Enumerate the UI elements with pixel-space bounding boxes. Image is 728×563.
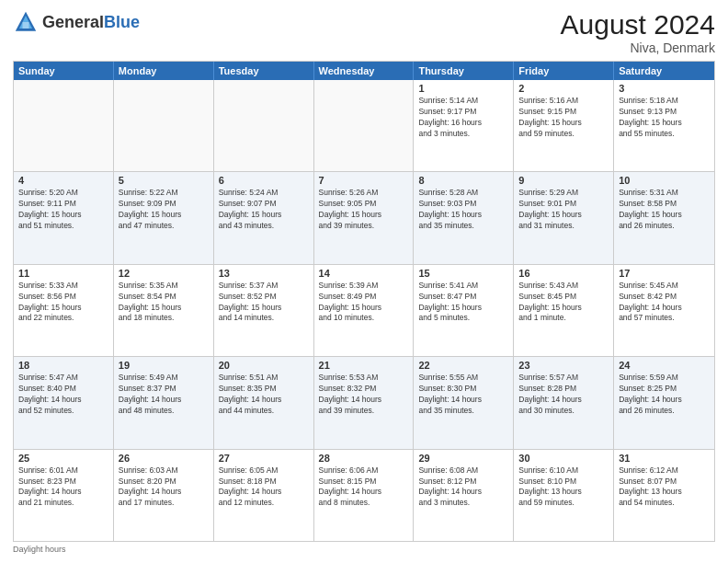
day-number: 27 [219,453,309,464]
day-info: Sunrise: 5:39 AM Sunset: 8:49 PM Dayligh… [319,281,409,325]
day-number: 23 [518,360,609,371]
day-number: 21 [319,360,409,371]
calendar-cell: 31Sunrise: 6:12 AM Sunset: 8:07 PM Dayli… [614,450,714,541]
day-info: Sunrise: 5:53 AM Sunset: 8:32 PM Dayligh… [319,373,409,417]
day-info: Sunrise: 5:33 AM Sunset: 8:56 PM Dayligh… [18,281,108,325]
calendar-header: SundayMondayTuesdayWednesdayThursdayFrid… [14,62,714,80]
calendar-cell: 20Sunrise: 5:51 AM Sunset: 8:35 PM Dayli… [214,357,314,448]
day-number: 16 [518,268,609,279]
day-number: 9 [518,175,609,186]
calendar-cell: 8Sunrise: 5:28 AM Sunset: 9:03 PM Daylig… [414,172,514,263]
day-number: 17 [619,268,710,279]
calendar-cell [214,80,314,171]
page: GeneralBlue August 2024 Niva, Denmark Su… [0,0,728,563]
calendar-row: 25Sunrise: 6:01 AM Sunset: 8:23 PM Dayli… [14,450,714,541]
day-info: Sunrise: 5:51 AM Sunset: 8:35 PM Dayligh… [219,373,309,417]
logo-icon [13,9,39,35]
location: Niva, Denmark [561,40,715,55]
day-number: 13 [219,268,309,279]
day-number: 12 [119,268,209,279]
day-number: 4 [18,175,108,186]
weekday-header-sunday: Sunday [14,62,114,80]
day-info: Sunrise: 6:06 AM Sunset: 8:15 PM Dayligh… [319,465,409,510]
day-number: 18 [18,360,108,371]
day-number: 11 [18,268,108,279]
day-number: 5 [119,175,209,186]
day-info: Sunrise: 5:55 AM Sunset: 8:30 PM Dayligh… [418,373,508,417]
day-info: Sunrise: 6:01 AM Sunset: 8:23 PM Dayligh… [18,465,108,510]
calendar-cell: 24Sunrise: 5:59 AM Sunset: 8:25 PM Dayli… [614,357,714,448]
day-number: 25 [18,453,108,464]
calendar-cell [14,80,114,171]
day-info: Sunrise: 5:22 AM Sunset: 9:09 PM Dayligh… [119,188,209,232]
calendar-cell: 10Sunrise: 5:31 AM Sunset: 8:58 PM Dayli… [614,172,714,263]
day-info: Sunrise: 5:41 AM Sunset: 8:47 PM Dayligh… [418,281,508,325]
logo-general: GeneralBlue [42,13,140,31]
footer-note: Daylight hours [13,545,715,554]
day-info: Sunrise: 5:16 AM Sunset: 9:15 PM Dayligh… [518,96,609,140]
calendar-cell: 2Sunrise: 5:16 AM Sunset: 9:15 PM Daylig… [514,80,614,171]
day-number: 8 [418,175,508,186]
day-info: Sunrise: 5:57 AM Sunset: 8:28 PM Dayligh… [518,373,609,417]
day-number: 1 [418,83,508,94]
day-number: 14 [319,268,409,279]
day-info: Sunrise: 5:45 AM Sunset: 8:42 PM Dayligh… [619,281,710,325]
day-number: 7 [319,175,409,186]
day-info: Sunrise: 5:28 AM Sunset: 9:03 PM Dayligh… [418,188,508,232]
calendar-cell: 30Sunrise: 6:10 AM Sunset: 8:10 PM Dayli… [514,450,614,541]
day-number: 26 [119,453,209,464]
day-info: Sunrise: 5:49 AM Sunset: 8:37 PM Dayligh… [119,373,209,417]
calendar-cell: 19Sunrise: 5:49 AM Sunset: 8:37 PM Dayli… [114,357,214,448]
weekday-header-thursday: Thursday [414,62,514,80]
calendar-cell: 4Sunrise: 5:20 AM Sunset: 9:11 PM Daylig… [14,172,114,263]
calendar-cell: 23Sunrise: 5:57 AM Sunset: 8:28 PM Dayli… [514,357,614,448]
day-number: 3 [619,83,710,94]
calendar-cell: 15Sunrise: 5:41 AM Sunset: 8:47 PM Dayli… [414,265,514,356]
calendar-row: 11Sunrise: 5:33 AM Sunset: 8:56 PM Dayli… [14,265,714,357]
day-number: 28 [319,453,409,464]
calendar-cell [114,80,214,171]
calendar-cell: 14Sunrise: 5:39 AM Sunset: 8:49 PM Dayli… [314,265,415,356]
calendar-cell: 29Sunrise: 6:08 AM Sunset: 8:12 PM Dayli… [414,450,514,541]
calendar-cell: 17Sunrise: 5:45 AM Sunset: 8:42 PM Dayli… [614,265,714,356]
day-number: 20 [219,360,309,371]
calendar-cell: 5Sunrise: 5:22 AM Sunset: 9:09 PM Daylig… [114,172,214,263]
day-info: Sunrise: 6:12 AM Sunset: 8:07 PM Dayligh… [619,465,710,510]
day-number: 29 [418,453,508,464]
calendar-cell: 3Sunrise: 5:18 AM Sunset: 9:13 PM Daylig… [614,80,714,171]
weekday-header-saturday: Saturday [614,62,714,80]
calendar-cell: 28Sunrise: 6:06 AM Sunset: 8:15 PM Dayli… [314,450,415,541]
day-info: Sunrise: 5:29 AM Sunset: 9:01 PM Dayligh… [518,188,609,232]
day-info: Sunrise: 5:47 AM Sunset: 8:40 PM Dayligh… [18,373,108,417]
calendar-cell: 25Sunrise: 6:01 AM Sunset: 8:23 PM Dayli… [14,450,114,541]
day-info: Sunrise: 5:26 AM Sunset: 9:05 PM Dayligh… [319,188,409,232]
calendar-cell: 1Sunrise: 5:14 AM Sunset: 9:17 PM Daylig… [414,80,514,171]
month-year: August 2024 [561,9,715,40]
day-number: 15 [418,268,508,279]
logo: GeneralBlue [13,9,140,35]
day-info: Sunrise: 6:05 AM Sunset: 8:18 PM Dayligh… [219,465,309,510]
day-number: 10 [619,175,710,186]
calendar-cell: 6Sunrise: 5:24 AM Sunset: 9:07 PM Daylig… [214,172,314,263]
day-info: Sunrise: 5:31 AM Sunset: 8:58 PM Dayligh… [619,188,710,232]
day-number: 2 [518,83,609,94]
day-info: Sunrise: 5:35 AM Sunset: 8:54 PM Dayligh… [119,281,209,325]
day-number: 31 [619,453,710,464]
header: GeneralBlue August 2024 Niva, Denmark [13,9,715,55]
calendar-row: 1Sunrise: 5:14 AM Sunset: 9:17 PM Daylig… [14,80,714,172]
day-info: Sunrise: 5:24 AM Sunset: 9:07 PM Dayligh… [219,188,309,232]
calendar-row: 18Sunrise: 5:47 AM Sunset: 8:40 PM Dayli… [14,357,714,449]
weekday-header-tuesday: Tuesday [214,62,314,80]
day-info: Sunrise: 6:03 AM Sunset: 8:20 PM Dayligh… [119,465,209,510]
day-number: 24 [619,360,710,371]
day-info: Sunrise: 5:18 AM Sunset: 9:13 PM Dayligh… [619,96,710,140]
weekday-header-wednesday: Wednesday [314,62,415,80]
calendar-cell: 16Sunrise: 5:43 AM Sunset: 8:45 PM Dayli… [514,265,614,356]
calendar-cell: 12Sunrise: 5:35 AM Sunset: 8:54 PM Dayli… [114,265,214,356]
day-number: 22 [418,360,508,371]
day-info: Sunrise: 6:08 AM Sunset: 8:12 PM Dayligh… [418,465,508,510]
day-number: 6 [219,175,309,186]
calendar-row: 4Sunrise: 5:20 AM Sunset: 9:11 PM Daylig… [14,172,714,264]
day-number: 19 [119,360,209,371]
calendar: SundayMondayTuesdayWednesdayThursdayFrid… [13,61,715,542]
